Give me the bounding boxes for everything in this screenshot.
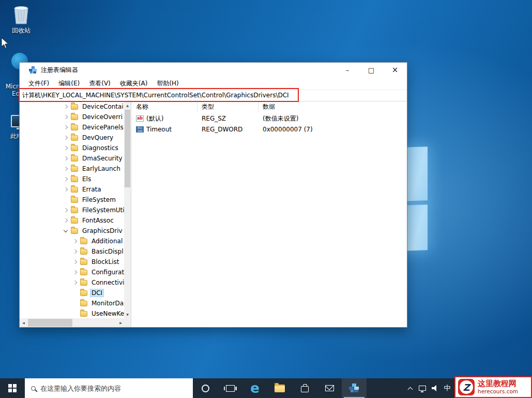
chevron-right-icon[interactable]: [64, 218, 68, 223]
chevron-right-icon[interactable]: [64, 177, 68, 181]
desktop-icon-recycle-bin[interactable]: 回收站: [6, 4, 36, 34]
tree-item-additional[interactable]: Additional: [20, 236, 131, 246]
menu-file[interactable]: 文件(F): [24, 79, 54, 88]
tree-item-configurat[interactable]: Configurat: [20, 267, 131, 277]
menu-view[interactable]: 查看(V): [84, 79, 115, 88]
scroll-left-icon[interactable]: ◀: [20, 318, 27, 327]
column-header-type[interactable]: 类型: [197, 101, 259, 112]
value-type: REG_DWORD: [197, 126, 259, 133]
tree-item-filesystemuti[interactable]: FileSystemUti: [20, 205, 131, 215]
minimize-button[interactable]: –: [336, 63, 359, 78]
folder-icon: [71, 125, 78, 130]
tree-item-dci[interactable]: DCI: [20, 288, 131, 298]
folder-icon: [71, 114, 78, 120]
tree-item-devicepanels[interactable]: DevicePanels: [20, 122, 131, 132]
tree-item-monitorda[interactable]: MonitorDa: [20, 298, 131, 308]
tree-item-devicecontai[interactable]: DeviceContai: [20, 101, 131, 112]
tree-item-diagnostics[interactable]: Diagnostics: [20, 143, 131, 153]
store-button[interactable]: [292, 378, 317, 398]
tree-item-earlylaunch[interactable]: EarlyLaunch: [20, 164, 131, 174]
chevron-right-icon[interactable]: [64, 146, 68, 150]
volume-button[interactable]: [429, 378, 441, 398]
tree-item-blocklist[interactable]: BlockList: [20, 257, 131, 267]
network-button[interactable]: [416, 378, 429, 398]
tree-item-els[interactable]: Els: [20, 174, 131, 184]
tree-item-connectivi[interactable]: Connectivi: [20, 277, 131, 288]
registry-value-row-timeout[interactable]: Timeout REG_DWORD 0x00000007 (7): [132, 124, 407, 135]
regedit-app-icon: [349, 384, 359, 393]
chevron-right-icon[interactable]: [64, 208, 68, 212]
edge-icon: [250, 379, 260, 397]
title-bar[interactable]: 注册表编辑器 – □ ×: [20, 63, 407, 78]
chevron-right-icon[interactable]: [64, 187, 68, 191]
tree-horizontal-scrollbar[interactable]: ◀ ▶: [20, 318, 125, 327]
address-bar[interactable]: 计算机\HKEY_LOCAL_MACHINE\SYSTEM\CurrentCon…: [20, 90, 407, 101]
chevron-right-icon[interactable]: [64, 136, 68, 140]
search-input[interactable]: [40, 385, 183, 392]
chevron-right-icon[interactable]: [64, 105, 68, 109]
registry-value-row-default[interactable]: (默认) REG_SZ (数值未设置): [132, 113, 407, 124]
task-view-button[interactable]: [218, 378, 242, 398]
chevron-right-icon[interactable]: [64, 125, 68, 129]
menu-bar: 文件(F) 编辑(E) 查看(V) 收藏夹(A) 帮助(H): [20, 78, 407, 90]
reg-dword-icon: [136, 126, 144, 132]
registry-values-pane: 名称 类型 数据 (默认) REG_SZ (数值未设置) Timeout REG…: [132, 101, 407, 327]
hidden-icons-button[interactable]: [404, 378, 416, 398]
chevron-right-icon[interactable]: [73, 249, 77, 254]
chevron-right-icon[interactable]: [73, 281, 77, 285]
menu-favorites[interactable]: 收藏夹(A): [115, 79, 153, 88]
folder-icon: [80, 280, 87, 286]
recycle-bin-icon: [12, 4, 31, 25]
chevron-right-icon[interactable]: [73, 270, 77, 274]
tree-item-usenewke[interactable]: UseNewKe: [20, 308, 131, 319]
close-button[interactable]: ×: [383, 63, 407, 78]
tree-item-graphicsdrivers[interactable]: GraphicsDriv: [20, 226, 131, 236]
chevron-right-icon[interactable]: [64, 115, 68, 119]
cortana-button[interactable]: [193, 378, 218, 398]
ime-indicator[interactable]: 中: [441, 378, 453, 398]
taskbar-search-box[interactable]: [25, 378, 193, 398]
list-header: 名称 类型 数据: [132, 101, 407, 112]
scroll-down-icon[interactable]: ▼: [124, 311, 131, 318]
chevron-right-icon[interactable]: [64, 167, 68, 171]
value-name: (默认): [146, 114, 163, 123]
edge-taskbar-button[interactable]: [242, 378, 267, 398]
system-tray: 中: [404, 378, 453, 398]
menu-help[interactable]: 帮助(H): [152, 79, 183, 88]
start-button[interactable]: [0, 378, 25, 398]
regedit-taskbar-button[interactable]: [342, 378, 367, 398]
chevron-right-icon[interactable]: [64, 156, 68, 160]
mail-button[interactable]: [317, 378, 342, 398]
tree-item-devquery[interactable]: DevQuery: [20, 132, 131, 143]
scroll-up-icon[interactable]: ▲: [124, 101, 131, 109]
tree-item-dmasecurity[interactable]: DmaSecurity: [20, 153, 131, 164]
registry-tree-pane: DeviceContai DeviceOverri DevicePanels D…: [20, 101, 131, 327]
maximize-button[interactable]: □: [359, 63, 383, 78]
tree-item-errata[interactable]: Errata: [20, 184, 131, 195]
scroll-right-icon[interactable]: ▶: [117, 318, 125, 327]
column-header-data[interactable]: 数据: [259, 101, 407, 112]
folder-icon: [71, 166, 78, 172]
tree-item-basicdispl[interactable]: BasicDispl: [20, 246, 131, 257]
value-data: (数值未设置): [259, 114, 407, 123]
store-bag-icon: [301, 386, 309, 392]
folder-icon: [80, 239, 87, 244]
chevron-down-icon[interactable]: [64, 228, 68, 232]
tree-item-fontassoc[interactable]: FontAssoc: [20, 215, 131, 226]
watermark-site-name: 这里教程网: [478, 379, 518, 388]
menu-edit[interactable]: 编辑(E): [54, 79, 84, 88]
taskbar: 中: [0, 378, 532, 398]
folder-icon: [71, 176, 78, 182]
file-explorer-button[interactable]: [267, 378, 292, 398]
scrollbar-thumb[interactable]: [28, 319, 72, 327]
folder-icon: [71, 218, 78, 224]
scrollbar-thumb[interactable]: [125, 110, 130, 187]
desktop-icon-label: 回收站: [12, 27, 31, 34]
column-header-name[interactable]: 名称: [132, 101, 197, 112]
chevron-right-icon[interactable]: [73, 260, 77, 264]
tree-item-deviceoverri[interactable]: DeviceOverri: [20, 112, 131, 122]
tree-item-filesystem[interactable]: FileSystem: [20, 195, 131, 205]
chevron-right-icon[interactable]: [73, 239, 77, 243]
folder-icon: [71, 208, 78, 213]
tree-vertical-scrollbar[interactable]: ▲ ▼: [124, 101, 131, 318]
